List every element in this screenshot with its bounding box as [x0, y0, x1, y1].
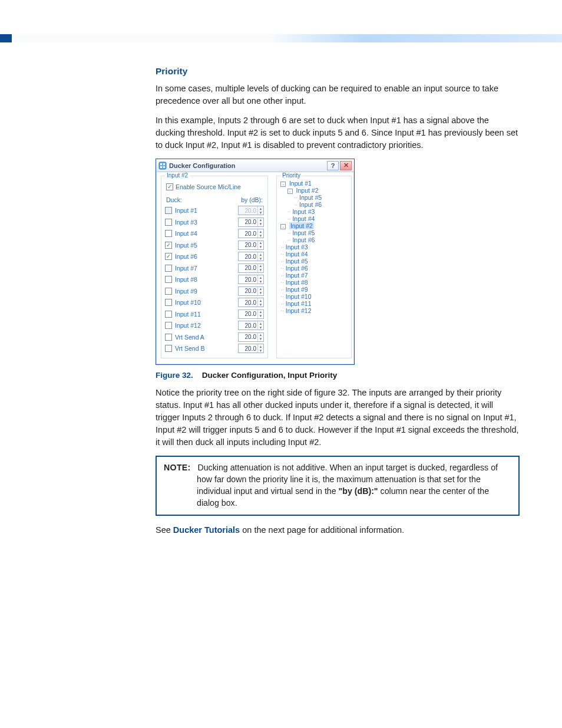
column-bydb-label: by (dB): [241, 196, 263, 203]
svg-rect-0 [159, 162, 166, 169]
body-paragraph: See Ducker Tutorials on the next page fo… [156, 524, 520, 536]
duck-row: Input #720.0▲▼ [165, 263, 264, 273]
spinner-down-icon[interactable]: ▼ [258, 245, 263, 249]
spinner-down-icon[interactable]: ▼ [258, 279, 263, 284]
duck-input-label: Input #6 [175, 253, 197, 260]
tree-node[interactable]: ·· Input #6 [280, 201, 348, 208]
duck-checkbox[interactable] [165, 219, 172, 226]
tree-node[interactable]: - Input #1 [280, 180, 348, 187]
close-button[interactable]: ✕ [340, 161, 352, 170]
tree-node[interactable]: ·· Input #5 [280, 229, 348, 236]
enable-source-checkbox[interactable] [166, 183, 173, 190]
tree-expander-icon[interactable]: - [287, 189, 293, 194]
tree-node[interactable]: ·· Input #4 [280, 251, 348, 258]
spinner-down-icon[interactable]: ▼ [258, 302, 263, 307]
spinner-up-icon[interactable]: ▲ [258, 229, 263, 233]
tree-node[interactable]: ·· Input #3 [280, 208, 348, 215]
duck-row: Input #1120.0▲▼ [165, 309, 264, 319]
tree-node[interactable]: ·· Input #10 [280, 293, 348, 300]
spinner-down-icon[interactable]: ▼ [258, 256, 263, 261]
spinner-up-icon[interactable]: ▲ [258, 275, 263, 279]
spinner-down-icon[interactable]: ▼ [258, 268, 263, 272]
attenuation-spinner[interactable]: 20.0▲▼ [238, 321, 264, 330]
figure-caption: Figure 32. Ducker Configuration, Input P… [156, 371, 520, 380]
tree-node[interactable]: ·· Input #8 [280, 279, 348, 286]
enable-source-label: Enable Source Mic/Line [176, 183, 241, 190]
spinner-up-icon[interactable]: ▲ [258, 333, 263, 337]
tree-expander-icon[interactable]: - [280, 182, 286, 187]
ducker-config-dialog: Ducker Configuration ? ✕ Input #2 Enable… [156, 159, 355, 365]
ducker-tutorials-link[interactable]: Ducker Tutorials [173, 525, 240, 535]
duck-input-label: Input #5 [175, 242, 197, 249]
tree-node[interactable]: ·· Input #6 [280, 265, 348, 272]
tree-expander-icon[interactable]: - [280, 224, 286, 229]
attenuation-spinner[interactable]: 20.0▲▼ [238, 218, 264, 227]
attenuation-spinner[interactable]: 20.0▲▼ [238, 229, 264, 238]
spinner-down-icon[interactable]: ▼ [258, 222, 263, 226]
tree-node[interactable]: - Input #2 [280, 187, 348, 194]
attenuation-spinner[interactable]: 20.0▲▼ [238, 286, 264, 296]
priority-tree[interactable]: - Input #1 - Input #2 ·· Input #5 ·· Inp… [280, 180, 348, 314]
tree-node[interactable]: ·· Input #5 [280, 194, 348, 201]
duck-row: Input #320.0▲▼ [165, 218, 264, 227]
spinner-up-icon[interactable]: ▲ [258, 218, 263, 222]
duck-checkbox[interactable] [165, 311, 172, 318]
spinner-up-icon[interactable]: ▲ [258, 264, 263, 268]
attenuation-spinner[interactable]: 20.0▲▼ [238, 344, 264, 353]
attenuation-spinner[interactable]: 20.0▲▼ [238, 309, 264, 319]
tree-node[interactable]: ·· Input #9 [280, 286, 348, 293]
tree-node[interactable]: ·· Input #6 [280, 236, 348, 243]
attenuation-spinner[interactable]: 20.0▲▼ [238, 298, 264, 307]
svg-rect-3 [160, 166, 162, 168]
body-paragraph: In some cases, multiple levels of duckin… [156, 83, 520, 107]
tree-node[interactable]: - Input #2 [280, 222, 348, 229]
spinner-down-icon[interactable]: ▼ [258, 348, 263, 353]
spinner-down-icon[interactable]: ▼ [258, 314, 263, 318]
spinner-up-icon[interactable]: ▲ [258, 287, 263, 291]
section-heading: Priority [156, 66, 520, 77]
duck-checkbox[interactable] [165, 253, 172, 260]
duck-checkbox[interactable] [165, 276, 172, 283]
duck-row: Input #920.0▲▼ [165, 286, 264, 296]
attenuation-spinner[interactable]: 20.0▲▼ [238, 332, 264, 342]
help-button[interactable]: ? [327, 161, 339, 170]
attenuation-spinner[interactable]: 20.0▲▼ [238, 275, 264, 284]
spinner-down-icon[interactable]: ▼ [258, 233, 263, 238]
tree-node[interactable]: ·· Input #4 [280, 215, 348, 222]
duck-checkbox[interactable] [165, 242, 172, 249]
dialog-titlebar: Ducker Configuration ? ✕ [156, 159, 354, 172]
column-duck-label: Duck: [166, 196, 182, 203]
spinner-up-icon[interactable]: ▲ [258, 241, 263, 245]
duck-row: Input #1020.0▲▼ [165, 298, 264, 307]
spinner-up-icon[interactable]: ▲ [258, 310, 263, 314]
duck-checkbox[interactable] [165, 322, 172, 329]
duck-checkbox[interactable] [165, 230, 172, 237]
tree-node[interactable]: ·· Input #12 [280, 307, 348, 314]
tree-node[interactable]: ·· Input #11 [280, 300, 348, 307]
duck-checkbox[interactable] [165, 265, 172, 272]
attenuation-spinner[interactable]: 20.0▲▼ [238, 252, 264, 261]
duck-row: Input #520.0▲▼ [165, 241, 264, 250]
duck-input-label: Input #4 [175, 230, 197, 237]
attenuation-spinner[interactable]: 20.0▲▼ [238, 263, 264, 273]
attenuation-spinner[interactable]: 20.0▲▼ [238, 241, 264, 250]
spinner-down-icon[interactable]: ▼ [258, 325, 263, 330]
tree-node[interactable]: ·· Input #7 [280, 272, 348, 279]
duck-row: Input #120.0▲▼ [165, 206, 264, 215]
spinner-down-icon[interactable]: ▼ [258, 291, 263, 295]
note-label: NOTE: [164, 463, 191, 472]
priority-group: Priority - Input #1 - Input #2 ·· Input … [276, 176, 352, 358]
duck-checkbox[interactable] [165, 345, 172, 352]
spinner-up-icon[interactable]: ▲ [258, 298, 263, 302]
duck-checkbox[interactable] [165, 299, 172, 306]
spinner-down-icon[interactable]: ▼ [258, 337, 263, 341]
tree-node[interactable]: ·· Input #3 [280, 243, 348, 251]
duck-checkbox[interactable] [165, 288, 172, 295]
duck-checkbox[interactable] [165, 334, 172, 341]
spinner-up-icon[interactable]: ▲ [258, 321, 263, 325]
tree-node[interactable]: ·· Input #5 [280, 258, 348, 265]
spinner-up-icon[interactable]: ▲ [258, 344, 263, 348]
spinner-up-icon[interactable]: ▲ [258, 252, 263, 256]
figure-title: Ducker Configuration, Input Priority [202, 371, 338, 380]
duck-row: Vrt Send A20.0▲▼ [165, 332, 264, 342]
